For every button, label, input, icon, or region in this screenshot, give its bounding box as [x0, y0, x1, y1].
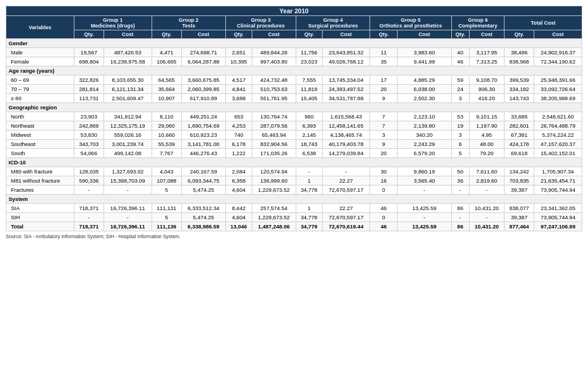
table-row: Midwest53,830559,026.1610,660610,923.237…	[6, 131, 582, 140]
data-cell: 34,778	[296, 213, 323, 222]
data-cell: 38,205,988.69	[534, 94, 582, 103]
data-cell: 46	[370, 222, 398, 231]
data-cell: 50	[451, 167, 469, 176]
data-cell: 26,764,488.79	[534, 121, 582, 131]
data-cell: 136,999.60	[252, 176, 296, 185]
data-cell: 334,182	[504, 85, 534, 94]
data-cell: 25,948,391.66	[534, 76, 582, 85]
data-cell: 2,501,609.47	[104, 94, 152, 103]
data-cell: 838,077	[504, 204, 534, 213]
data-cell: 2,123.10	[398, 112, 452, 121]
data-cell: 3,660,675.85	[181, 76, 225, 85]
data-cell: 143,743	[504, 94, 534, 103]
data-cell: 69,618	[504, 149, 534, 158]
data-cell: 6,093,344.75	[181, 176, 225, 185]
g3-cost: Cost	[252, 30, 296, 39]
data-cell: 11,819	[296, 85, 323, 94]
data-cell: 12,458,141.65	[322, 121, 370, 131]
data-cell: 3	[370, 131, 398, 140]
data-cell: 1,197.90	[469, 121, 504, 131]
data-cell: 65,463.94	[252, 131, 296, 140]
data-cell: 171,035.26	[252, 149, 296, 158]
data-cell: 13,745,334.04	[322, 76, 370, 85]
data-cell: 2,145	[296, 131, 323, 140]
data-cell: 416.20	[469, 94, 504, 103]
data-cell: 3,688	[225, 94, 252, 103]
data-cell: 19	[451, 121, 469, 131]
data-cell: 16,726,396.11	[104, 222, 152, 231]
g4-cost: Cost	[322, 30, 370, 39]
table-row: SIH--55,474.254,6041,229,673.5234,77872,…	[6, 213, 582, 222]
data-cell: 55,539	[152, 140, 181, 149]
data-cell: 24,902,916.37	[534, 48, 582, 57]
data-cell: 13,425.59	[398, 222, 452, 231]
data-cell: 3,141,781.00	[181, 140, 225, 149]
data-cell: 9,101.15	[469, 112, 504, 121]
data-cell: 282,601	[504, 121, 534, 131]
data-cell: 16	[370, 176, 398, 185]
data-cell: 15,398,703.09	[104, 176, 152, 185]
data-cell: 22.27	[322, 204, 370, 213]
data-cell: 10,907	[152, 94, 181, 103]
data-cell: 2,084	[225, 167, 252, 176]
data-cell: 3	[451, 94, 469, 103]
table-row: SIA718,37116,726,396.11111,1316,333,512.…	[6, 204, 582, 213]
data-cell: 4,253	[225, 121, 252, 131]
data-cell: 38,496	[504, 48, 534, 57]
data-cell: 3,983.60	[398, 48, 452, 57]
data-cell: 617,910.89	[181, 94, 225, 103]
data-cell: 5,374,224.22	[534, 131, 582, 140]
variable-cell: Southeast	[6, 140, 74, 149]
data-cell: 2,139.80	[398, 121, 452, 131]
variable-cell: 60 – 69	[6, 76, 74, 85]
table-row: Northeast242,86912,325,175.1929,0601,690…	[6, 121, 582, 131]
data-cell: 46	[370, 204, 398, 213]
section-header: Gender	[6, 39, 582, 48]
table-row: ≥ 80113,7312,501,609.4710,907617,910.893…	[6, 94, 582, 103]
data-cell: 10,431.20	[469, 222, 504, 231]
data-cell: -	[469, 185, 504, 195]
data-cell: 79.20	[469, 149, 504, 158]
data-cell: -	[74, 213, 104, 222]
data-cell: 130,764.74	[252, 112, 296, 121]
data-cell: 34,531,787.88	[322, 94, 370, 103]
group6-header: Group 6Complementary	[451, 16, 504, 30]
data-cell: 4,517	[225, 76, 252, 85]
data-cell: 6,538	[296, 149, 323, 158]
data-cell: 54,066	[74, 149, 104, 158]
g1-cost: Cost	[104, 30, 152, 39]
data-cell: 73,905,744.94	[534, 185, 582, 195]
table-row: South54,066499,142.087,767446,276.431,22…	[6, 149, 582, 158]
variable-cell: ≥ 80	[6, 94, 74, 103]
table-row: 60 – 69322,8268,103,655.3064,5653,660,67…	[6, 76, 582, 85]
data-cell: 6,338,986.59	[181, 222, 225, 231]
main-table: Year 2010 Variables Group 1Medicines (dr…	[6, 6, 582, 231]
data-cell: 47,157,620.37	[534, 140, 582, 149]
data-cell: 53	[451, 112, 469, 121]
data-cell: 653	[225, 112, 252, 121]
data-cell: 424,178	[504, 140, 534, 149]
data-cell: 33,686	[504, 112, 534, 121]
data-cell: 20	[370, 85, 398, 94]
variable-cell: 70 – 79	[6, 85, 74, 94]
group1-header: Group 1Medicines (drugs)	[74, 16, 152, 30]
data-cell: 49,026,768.12	[322, 57, 370, 66]
data-cell: 35	[370, 57, 398, 66]
data-cell: 698,804	[74, 57, 104, 66]
data-cell: 4,138,465.74	[322, 131, 370, 140]
data-cell: 97,247,106.99	[534, 222, 582, 231]
data-cell: 740	[225, 131, 252, 140]
data-cell: 11	[370, 48, 398, 57]
data-cell: -	[296, 167, 323, 176]
group4-header: Group 4Surgical procedures	[296, 16, 370, 30]
data-cell: 72,670,619.44	[322, 222, 370, 231]
section-header: Geographic region	[6, 103, 582, 112]
total-qty: Qty.	[504, 30, 534, 39]
data-cell: 111,131	[152, 204, 181, 213]
table-row: M80 with fracture128,0351,327,693.024,04…	[6, 167, 582, 176]
data-cell: 9	[370, 94, 398, 103]
data-cell: 424,732.48	[252, 76, 296, 85]
data-cell: 23,341,362.05	[534, 204, 582, 213]
variable-cell: Northeast	[6, 121, 74, 131]
data-cell: 6	[451, 140, 469, 149]
